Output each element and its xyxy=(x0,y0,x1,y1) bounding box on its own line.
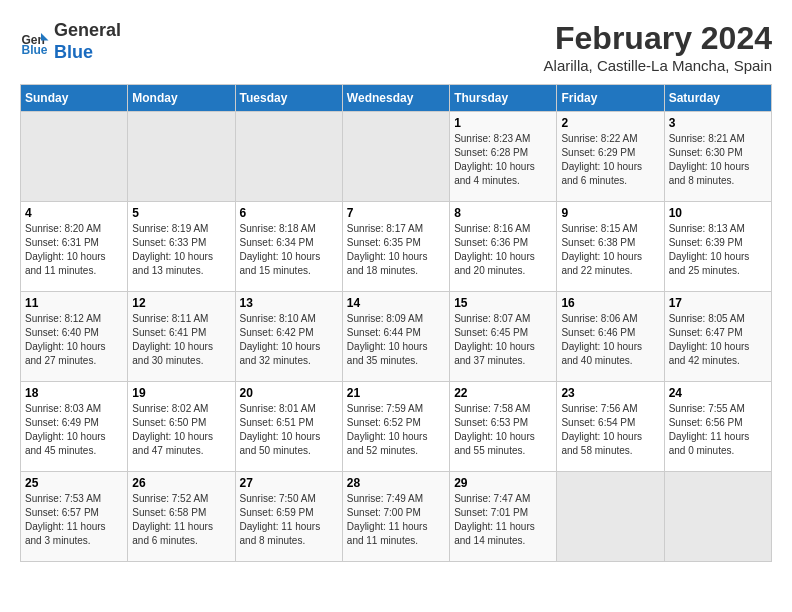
day-number: 23 xyxy=(561,386,659,400)
day-info: Sunrise: 8:13 AM Sunset: 6:39 PM Dayligh… xyxy=(669,222,767,278)
day-info: Sunrise: 8:05 AM Sunset: 6:47 PM Dayligh… xyxy=(669,312,767,368)
calendar-table: SundayMondayTuesdayWednesdayThursdayFrid… xyxy=(20,84,772,562)
day-info: Sunrise: 8:03 AM Sunset: 6:49 PM Dayligh… xyxy=(25,402,123,458)
day-number: 18 xyxy=(25,386,123,400)
calendar-week-2: 4Sunrise: 8:20 AM Sunset: 6:31 PM Daylig… xyxy=(21,202,772,292)
day-info: Sunrise: 8:15 AM Sunset: 6:38 PM Dayligh… xyxy=(561,222,659,278)
calendar-cell: 3Sunrise: 8:21 AM Sunset: 6:30 PM Daylig… xyxy=(664,112,771,202)
day-number: 8 xyxy=(454,206,552,220)
calendar-cell: 19Sunrise: 8:02 AM Sunset: 6:50 PM Dayli… xyxy=(128,382,235,472)
calendar-cell xyxy=(21,112,128,202)
day-info: Sunrise: 8:07 AM Sunset: 6:45 PM Dayligh… xyxy=(454,312,552,368)
day-info: Sunrise: 7:47 AM Sunset: 7:01 PM Dayligh… xyxy=(454,492,552,548)
calendar-cell: 2Sunrise: 8:22 AM Sunset: 6:29 PM Daylig… xyxy=(557,112,664,202)
column-header-thursday: Thursday xyxy=(450,85,557,112)
day-info: Sunrise: 8:12 AM Sunset: 6:40 PM Dayligh… xyxy=(25,312,123,368)
day-info: Sunrise: 8:21 AM Sunset: 6:30 PM Dayligh… xyxy=(669,132,767,188)
calendar-cell: 22Sunrise: 7:58 AM Sunset: 6:53 PM Dayli… xyxy=(450,382,557,472)
calendar-cell xyxy=(557,472,664,562)
calendar-cell: 10Sunrise: 8:13 AM Sunset: 6:39 PM Dayli… xyxy=(664,202,771,292)
day-info: Sunrise: 7:59 AM Sunset: 6:52 PM Dayligh… xyxy=(347,402,445,458)
day-number: 29 xyxy=(454,476,552,490)
calendar-cell: 25Sunrise: 7:53 AM Sunset: 6:57 PM Dayli… xyxy=(21,472,128,562)
day-info: Sunrise: 8:18 AM Sunset: 6:34 PM Dayligh… xyxy=(240,222,338,278)
day-number: 14 xyxy=(347,296,445,310)
calendar-cell: 18Sunrise: 8:03 AM Sunset: 6:49 PM Dayli… xyxy=(21,382,128,472)
day-number: 25 xyxy=(25,476,123,490)
day-info: Sunrise: 8:02 AM Sunset: 6:50 PM Dayligh… xyxy=(132,402,230,458)
calendar-cell xyxy=(128,112,235,202)
day-number: 22 xyxy=(454,386,552,400)
calendar-week-4: 18Sunrise: 8:03 AM Sunset: 6:49 PM Dayli… xyxy=(21,382,772,472)
day-number: 2 xyxy=(561,116,659,130)
calendar-cell xyxy=(664,472,771,562)
calendar-cell: 26Sunrise: 7:52 AM Sunset: 6:58 PM Dayli… xyxy=(128,472,235,562)
calendar-cell: 8Sunrise: 8:16 AM Sunset: 6:36 PM Daylig… xyxy=(450,202,557,292)
day-number: 17 xyxy=(669,296,767,310)
day-number: 4 xyxy=(25,206,123,220)
day-info: Sunrise: 8:09 AM Sunset: 6:44 PM Dayligh… xyxy=(347,312,445,368)
calendar-cell: 14Sunrise: 8:09 AM Sunset: 6:44 PM Dayli… xyxy=(342,292,449,382)
calendar-cell: 13Sunrise: 8:10 AM Sunset: 6:42 PM Dayli… xyxy=(235,292,342,382)
calendar-cell: 23Sunrise: 7:56 AM Sunset: 6:54 PM Dayli… xyxy=(557,382,664,472)
calendar-cell: 11Sunrise: 8:12 AM Sunset: 6:40 PM Dayli… xyxy=(21,292,128,382)
calendar-cell xyxy=(235,112,342,202)
calendar-week-5: 25Sunrise: 7:53 AM Sunset: 6:57 PM Dayli… xyxy=(21,472,772,562)
calendar-cell: 27Sunrise: 7:50 AM Sunset: 6:59 PM Dayli… xyxy=(235,472,342,562)
calendar-cell: 29Sunrise: 7:47 AM Sunset: 7:01 PM Dayli… xyxy=(450,472,557,562)
day-number: 20 xyxy=(240,386,338,400)
day-info: Sunrise: 7:56 AM Sunset: 6:54 PM Dayligh… xyxy=(561,402,659,458)
calendar-cell: 4Sunrise: 8:20 AM Sunset: 6:31 PM Daylig… xyxy=(21,202,128,292)
calendar-cell: 15Sunrise: 8:07 AM Sunset: 6:45 PM Dayli… xyxy=(450,292,557,382)
day-number: 10 xyxy=(669,206,767,220)
column-header-wednesday: Wednesday xyxy=(342,85,449,112)
calendar-header-row: SundayMondayTuesdayWednesdayThursdayFrid… xyxy=(21,85,772,112)
column-header-tuesday: Tuesday xyxy=(235,85,342,112)
calendar-cell: 5Sunrise: 8:19 AM Sunset: 6:33 PM Daylig… xyxy=(128,202,235,292)
calendar-week-3: 11Sunrise: 8:12 AM Sunset: 6:40 PM Dayli… xyxy=(21,292,772,382)
column-header-friday: Friday xyxy=(557,85,664,112)
calendar-cell xyxy=(342,112,449,202)
calendar-cell: 24Sunrise: 7:55 AM Sunset: 6:56 PM Dayli… xyxy=(664,382,771,472)
day-number: 24 xyxy=(669,386,767,400)
calendar-cell: 20Sunrise: 8:01 AM Sunset: 6:51 PM Dayli… xyxy=(235,382,342,472)
day-info: Sunrise: 8:19 AM Sunset: 6:33 PM Dayligh… xyxy=(132,222,230,278)
day-info: Sunrise: 7:55 AM Sunset: 6:56 PM Dayligh… xyxy=(669,402,767,458)
day-info: Sunrise: 7:52 AM Sunset: 6:58 PM Dayligh… xyxy=(132,492,230,548)
day-number: 5 xyxy=(132,206,230,220)
day-number: 19 xyxy=(132,386,230,400)
day-info: Sunrise: 8:20 AM Sunset: 6:31 PM Dayligh… xyxy=(25,222,123,278)
day-info: Sunrise: 7:50 AM Sunset: 6:59 PM Dayligh… xyxy=(240,492,338,548)
calendar-cell: 28Sunrise: 7:49 AM Sunset: 7:00 PM Dayli… xyxy=(342,472,449,562)
day-number: 3 xyxy=(669,116,767,130)
day-number: 6 xyxy=(240,206,338,220)
day-number: 12 xyxy=(132,296,230,310)
logo: Gen Blue General Blue xyxy=(20,20,121,63)
calendar-cell: 16Sunrise: 8:06 AM Sunset: 6:46 PM Dayli… xyxy=(557,292,664,382)
calendar-cell: 9Sunrise: 8:15 AM Sunset: 6:38 PM Daylig… xyxy=(557,202,664,292)
header: Gen Blue General Blue February 2024 Alar… xyxy=(20,20,772,74)
day-number: 15 xyxy=(454,296,552,310)
day-number: 7 xyxy=(347,206,445,220)
day-info: Sunrise: 7:53 AM Sunset: 6:57 PM Dayligh… xyxy=(25,492,123,548)
logo-text: General Blue xyxy=(54,20,121,63)
day-number: 27 xyxy=(240,476,338,490)
day-info: Sunrise: 8:11 AM Sunset: 6:41 PM Dayligh… xyxy=(132,312,230,368)
day-info: Sunrise: 8:10 AM Sunset: 6:42 PM Dayligh… xyxy=(240,312,338,368)
svg-text:Blue: Blue xyxy=(22,43,48,57)
logo-icon: Gen Blue xyxy=(20,27,50,57)
day-info: Sunrise: 8:17 AM Sunset: 6:35 PM Dayligh… xyxy=(347,222,445,278)
column-header-monday: Monday xyxy=(128,85,235,112)
column-header-sunday: Sunday xyxy=(21,85,128,112)
calendar-cell: 21Sunrise: 7:59 AM Sunset: 6:52 PM Dayli… xyxy=(342,382,449,472)
calendar-cell: 17Sunrise: 8:05 AM Sunset: 6:47 PM Dayli… xyxy=(664,292,771,382)
column-header-saturday: Saturday xyxy=(664,85,771,112)
day-number: 16 xyxy=(561,296,659,310)
day-number: 9 xyxy=(561,206,659,220)
title-section: February 2024 Alarilla, Castille-La Manc… xyxy=(544,20,772,74)
calendar-cell: 7Sunrise: 8:17 AM Sunset: 6:35 PM Daylig… xyxy=(342,202,449,292)
page-title: February 2024 xyxy=(544,20,772,57)
day-info: Sunrise: 7:49 AM Sunset: 7:00 PM Dayligh… xyxy=(347,492,445,548)
day-number: 26 xyxy=(132,476,230,490)
calendar-cell: 12Sunrise: 8:11 AM Sunset: 6:41 PM Dayli… xyxy=(128,292,235,382)
